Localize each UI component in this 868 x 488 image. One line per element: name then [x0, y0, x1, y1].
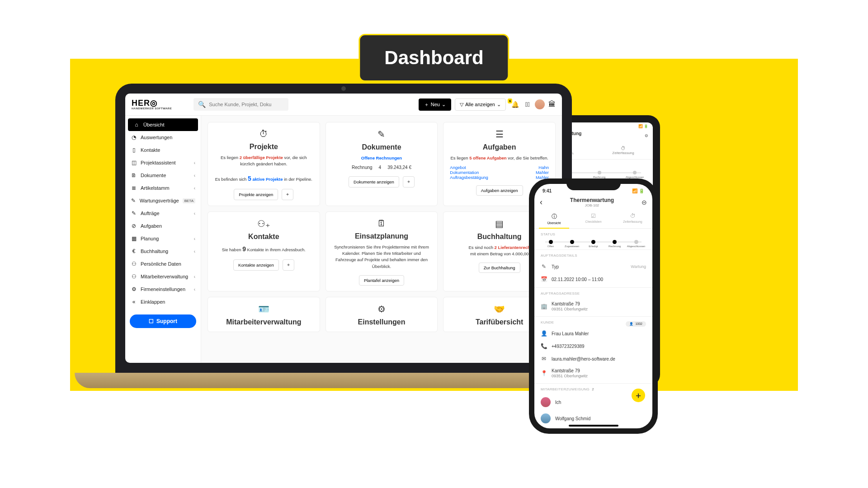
pen-icon: ✎	[131, 210, 137, 216]
phone-title: ThermenwartungJOB-102	[542, 197, 642, 207]
calendar-icon: 🗓	[332, 218, 431, 229]
chevron-icon: ‹	[194, 173, 195, 178]
more-icon[interactable]: ⊝	[642, 199, 647, 206]
chevron-icon: ‹	[194, 160, 195, 165]
projekte-show-button[interactable]: Projekte anzeigen	[234, 189, 278, 200]
card-text: Es liegen 2 überfällige Projekte vor, di…	[214, 155, 313, 183]
card-title: Einsatzplanung	[332, 232, 431, 240]
plantafel-button[interactable]: Plantafel anzeigen	[359, 275, 404, 286]
users-icon: ⚇	[131, 273, 137, 280]
chevron-icon: ‹	[194, 236, 195, 241]
check-icon: ⊘	[131, 223, 137, 229]
card-kontakte: ⚇₊ Kontakte Sie haben 9 Kontakte in Ihre…	[208, 211, 320, 291]
avatar-icon	[541, 413, 551, 423]
nav-personal[interactable]: ⚇Persönliche Daten	[125, 258, 201, 270]
dokumente-add-button[interactable]: ＋	[403, 176, 415, 188]
tab-zeit[interactable]: ⏱Zeiterfassung	[613, 210, 652, 228]
checklist-icon: ☑	[574, 213, 613, 219]
card-einsatz: 🗓 Einsatzplanung Synchronisieren Sie Ihr…	[326, 211, 438, 291]
pin-icon: 📍	[541, 370, 547, 376]
row-kaddr: 📍Kantstraße 7909351 Oberlungwitz	[541, 365, 646, 381]
calendar-icon: ▦	[131, 235, 137, 242]
search-input[interactable]	[209, 102, 284, 107]
tag-icon: ✎	[541, 263, 547, 270]
card-dokumente: ✎ Dokumente Offene Rechnungen Rechnung 4…	[326, 122, 438, 206]
card-title: Kontakte	[214, 233, 313, 241]
search-box[interactable]: 🔍	[193, 98, 288, 111]
chevron-icon: ‹	[194, 211, 195, 216]
card-projekte: ⏱ Projekte Es liegen 2 überfällige Proje…	[208, 122, 320, 206]
brand-logo: HER◎ HANDWERKER SOFTWARE	[132, 99, 172, 110]
task-link[interactable]: Dokumentation	[450, 170, 488, 175]
notification-count: 6	[508, 99, 512, 103]
user-avatar[interactable]	[535, 99, 545, 109]
search-icon: 🔍	[198, 101, 205, 108]
project-icon: ◫	[131, 160, 137, 166]
row-date: 📅02.11.2022 10:00 – 11:00	[541, 273, 646, 286]
chevron-icon: ‹	[194, 287, 195, 292]
mail-icon: ✉	[541, 356, 547, 362]
nav-uebersicht[interactable]: ⌂Übersicht	[128, 118, 198, 131]
euro-icon: €	[131, 248, 137, 254]
row-typ: ✎TypWartung	[541, 260, 646, 273]
card-text: Es liegen 5 offene Aufgaben vor, die Sie…	[450, 155, 549, 161]
gauge-icon: ⏱	[214, 129, 313, 139]
nav-dokumente[interactable]: 🗎Dokumente‹	[125, 169, 201, 182]
institution-icon[interactable]: 🏛	[548, 100, 556, 108]
dokumente-show-button[interactable]: Dokumente anzeigen	[349, 176, 399, 188]
buchhaltung-button[interactable]: Zur Buchhaltung	[479, 263, 520, 273]
main-area: ⏱ Projekte Es liegen 2 überfällige Proje…	[201, 116, 562, 363]
add-fab[interactable]: ＋	[632, 389, 645, 402]
row-phone[interactable]: 📞+493723229389	[541, 340, 646, 352]
card-title: Mitarbeiterverwaltung	[214, 318, 313, 326]
support-button[interactable]: ☐ Support	[130, 314, 196, 328]
task-link[interactable]: Hahn	[536, 165, 549, 170]
nav-firmen[interactable]: ⚙Firmeneinstellungen‹	[125, 283, 201, 296]
nav-aufgaben[interactable]: ⊘Aufgaben	[125, 220, 201, 232]
nav-auswertungen[interactable]: ◔Auswertungen	[125, 131, 201, 144]
nav-buchhaltung[interactable]: €Buchhaltung‹	[125, 245, 201, 258]
more-icon[interactable]: ⊝	[645, 133, 648, 138]
laptop-frame: HER◎ HANDWERKER SOFTWARE 🔍 ＋ Neu ⌄ ▽ All…	[115, 84, 572, 373]
new-button[interactable]: ＋ Neu ⌄	[419, 99, 451, 111]
timer-icon: ⏱	[613, 213, 652, 219]
card-mitarbeiter: 🪪 Mitarbeiterverwaltung	[208, 297, 320, 332]
card-title: Dokumente	[332, 143, 431, 151]
contacts-icon: ▯	[131, 147, 137, 153]
card-text: Synchronisieren Sie Ihre Projekttermine …	[332, 244, 431, 270]
nav-kontakte[interactable]: ▯Kontakte	[125, 144, 201, 156]
help-icon[interactable]: ？⃝	[524, 101, 531, 108]
pen-icon: ✎	[131, 197, 136, 204]
projekte-add-button[interactable]: ＋	[282, 189, 293, 200]
card-text: Sie haben 9 Kontakte in Ihrem Adressbuch…	[214, 244, 313, 254]
filter-button[interactable]: ▽ Alle anzeigen ⌄	[455, 99, 506, 111]
row-mail[interactable]: ✉laura.mahler@hero-software.de	[541, 352, 646, 365]
kontakte-show-button[interactable]: Kontakte anzeigen	[233, 259, 279, 271]
task-link[interactable]: Auftragsbestätigung	[450, 175, 488, 180]
tab-checklisten[interactable]: ☑Checklisten	[574, 210, 613, 228]
bell-icon: 🔔	[511, 101, 519, 108]
kontakte-add-button[interactable]: ＋	[283, 259, 294, 271]
id-icon: 🪪	[214, 304, 313, 314]
nav-planung[interactable]: ▦Planung‹	[125, 232, 201, 245]
aufgaben-show-button[interactable]: Aufgaben anzeigen	[476, 185, 523, 196]
collapse-icon: «	[131, 299, 137, 305]
task-link[interactable]: Mahler	[536, 170, 549, 175]
card-einstellungen: ⚙ Einstellungen	[326, 297, 438, 332]
nav-collapse[interactable]: «Einklappen	[125, 296, 201, 308]
tab-zeit[interactable]: ⏱Zeiterfassung	[594, 143, 653, 159]
sidebar: ⌂Übersicht ◔Auswertungen ▯Kontakte ◫Proj…	[125, 116, 201, 363]
user-icon: ⚇	[131, 261, 137, 267]
nav-artikelstamm[interactable]: ≣Artikelstamm‹	[125, 182, 201, 194]
open-invoices-link[interactable]: Offene Rechnungen	[332, 155, 431, 161]
task-link[interactable]: Angebot	[450, 165, 488, 170]
section-label: STATUS	[541, 232, 646, 236]
section-label: KUNDE	[541, 320, 554, 324]
nav-mitarbeiter[interactable]: ⚇Mitarbeiterverwaltung‹	[125, 270, 201, 283]
nav-auftraege[interactable]: ✎Aufträge‹	[125, 207, 201, 220]
notifications-button[interactable]: 6 🔔	[509, 100, 520, 108]
status-stepper: Offen Zugewiesen Erledigt Rechnung Abges…	[541, 239, 646, 248]
nav-wartung[interactable]: ✎WartungsverträgeBETA	[125, 194, 201, 207]
nav-projektassistent[interactable]: ◫Projektassistent‹	[125, 156, 201, 169]
tab-uebersicht[interactable]: ⓘÜbersicht	[534, 210, 574, 228]
